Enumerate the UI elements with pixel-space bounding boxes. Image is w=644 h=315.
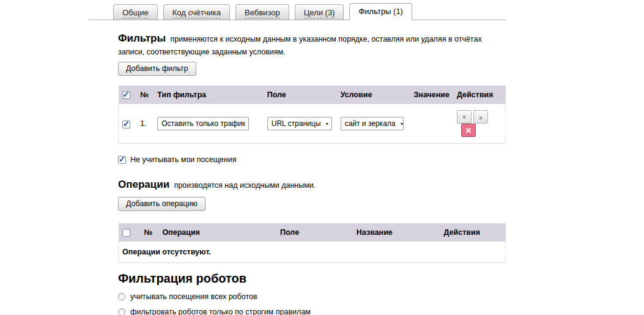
- move-down-button[interactable]: ▼: [457, 110, 472, 124]
- filters-col-num: №: [136, 86, 154, 104]
- tab-webvisor-label: Вебвизор: [245, 8, 280, 18]
- robots-option-strict: фильтровать роботов только по строгим пр…: [118, 308, 506, 315]
- add-operation-button[interactable]: Добавить операцию: [118, 197, 205, 211]
- add-filter-button[interactable]: Добавить фильтр: [118, 62, 196, 76]
- filters-col-field: Поле: [264, 86, 337, 104]
- chevron-down-icon: ▼: [399, 122, 403, 126]
- filter-condition-value: сайт и зеркала: [345, 119, 396, 128]
- operations-col-operation: Операция: [158, 223, 276, 242]
- filters-table-header-row: № Тип фильтра Поле Условие Значение Дейс…: [119, 86, 506, 104]
- operations-table-header-row: № Операция Поле Название Действия: [119, 223, 506, 242]
- operations-section-description: производятся над исходными данными.: [174, 181, 316, 190]
- move-up-button[interactable]: ▲: [473, 110, 488, 124]
- filters-select-all-checkbox[interactable]: [122, 91, 130, 99]
- filter-row-number: 1.: [136, 104, 154, 144]
- robots-option-strict-label: фильтровать роботов только по строгим пр…: [130, 308, 311, 315]
- filters-col-actions: Действия: [453, 86, 506, 104]
- filter-field-select[interactable]: URL страницы ▼: [267, 117, 332, 130]
- arrow-up-icon: ▲: [478, 114, 484, 120]
- operations-col-num: №: [140, 223, 158, 242]
- robots-option-strict-radio[interactable]: [118, 308, 125, 315]
- arrow-down-icon: ▼: [461, 114, 467, 120]
- operations-intro: Операции производятся над исходными данн…: [118, 177, 506, 193]
- operations-table: № Операция Поле Название Действия Операц…: [118, 223, 506, 263]
- delete-filter-button[interactable]: ✕: [461, 124, 476, 137]
- tab-counter-code[interactable]: Код счётчика: [163, 4, 230, 20]
- operations-empty-text: Операции отсутствуют.: [119, 242, 506, 263]
- filter-condition-select[interactable]: сайт и зеркала ▼: [341, 117, 404, 130]
- operations-col-name: Название: [353, 223, 440, 242]
- tab-general[interactable]: Общие: [113, 4, 158, 20]
- operations-col-field: Поле: [276, 223, 353, 242]
- filters-section-title: Фильтры: [118, 32, 166, 44]
- own-visits-row: Не учитывать мои посещения: [118, 155, 506, 164]
- robots-option-all: учитывать посещения всех роботов: [118, 292, 506, 301]
- close-icon: ✕: [465, 126, 472, 135]
- filters-col-type: Тип фильтра: [154, 86, 263, 104]
- robots-section-title: Фильтрация роботов: [118, 272, 506, 286]
- filters-col-condition: Условие: [337, 86, 410, 104]
- filter-type-select[interactable]: Оставить только трафик ▼: [157, 117, 249, 130]
- tab-general-label: Общие: [122, 8, 149, 18]
- tab-filters-label: Фильтры (1): [358, 7, 403, 17]
- tab-filters[interactable]: Фильтры (1): [349, 3, 412, 20]
- own-visits-label: Не учитывать мои посещения: [130, 155, 236, 164]
- tab-goals-label: Цели (3): [304, 8, 335, 18]
- filter-type-value: Оставить только трафик: [161, 119, 245, 128]
- tab-goals[interactable]: Цели (3): [295, 4, 344, 20]
- operations-section-title: Операции: [118, 179, 169, 190]
- filter-row-checkbox[interactable]: [122, 120, 130, 128]
- filters-col-value: Значение: [410, 86, 453, 104]
- robots-option-all-radio[interactable]: [118, 293, 125, 300]
- filters-table: № Тип фильтра Поле Условие Значение Дейс…: [118, 86, 506, 144]
- main-content: Фильтры применяются к исходным данным в …: [118, 31, 506, 315]
- filters-section-description: применяются к исходным данным в указанно…: [118, 35, 482, 56]
- filter-value-cell: [410, 104, 453, 144]
- own-visits-checkbox[interactable]: [118, 156, 126, 164]
- tab-counter-code-label: Код счётчика: [172, 8, 221, 18]
- tab-bar: Общие Код счётчика Вебвизор Цели (3) Фил…: [89, 2, 506, 20]
- operations-col-actions: Действия: [440, 223, 506, 242]
- filters-intro: Фильтры применяются к исходным данным в …: [118, 31, 506, 57]
- tab-webvisor[interactable]: Вебвизор: [235, 4, 289, 20]
- robots-option-all-label: учитывать посещения всех роботов: [130, 292, 257, 301]
- operations-empty-row: Операции отсутствуют.: [119, 242, 506, 263]
- operations-select-all-checkbox[interactable]: [122, 229, 130, 237]
- filter-field-value: URL страницы: [272, 119, 321, 128]
- filter-row: 1. Оставить только трафик ▼ URL страницы…: [119, 104, 506, 144]
- chevron-down-icon: ▼: [325, 122, 329, 126]
